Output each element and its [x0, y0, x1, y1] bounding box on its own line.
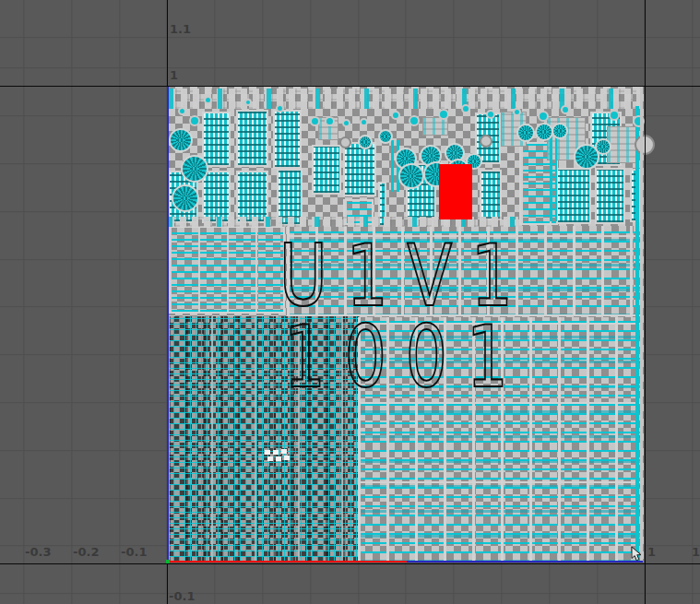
white-speck — [267, 456, 273, 461]
axis-tick-label: -0.3 — [25, 545, 51, 559]
white-speck — [273, 450, 279, 455]
layout-block-gray — [422, 117, 448, 136]
die-bottom-boundary-red — [169, 561, 407, 563]
layout-block-dots — [312, 145, 341, 195]
round-pad-icon — [561, 105, 570, 114]
axis-line-y1 — [0, 86, 700, 87]
die-bottom-boundary-blue — [407, 561, 643, 563]
round-pad-icon — [342, 119, 350, 127]
round-pad-icon — [204, 96, 212, 104]
round-pad-icon — [535, 123, 553, 141]
round-pad-icon — [438, 109, 449, 120]
round-pad-icon — [360, 118, 368, 126]
round-pad-icon — [310, 116, 320, 126]
origin-marker — [166, 560, 170, 563]
layout-block-pads — [169, 89, 641, 109]
layout-block-dots — [202, 171, 231, 223]
layout-block-vstrip — [550, 136, 552, 221]
round-pad-icon — [513, 108, 521, 116]
axis-tick-label: -0.1 — [169, 589, 195, 603]
layout-block-dense — [168, 316, 359, 563]
layout-block-vstrip — [555, 136, 557, 221]
layout-block-dots — [273, 110, 302, 169]
layout-block-dots — [202, 112, 231, 167]
round-pad-icon — [378, 129, 393, 144]
axis-tick-label: 1.1 — [692, 545, 700, 559]
layout-block-vstrip — [391, 140, 394, 192]
round-pad-icon — [172, 184, 199, 212]
gray-pad-icon — [339, 136, 351, 148]
layout-block-hls — [358, 317, 643, 563]
axis-line-y0 — [0, 563, 700, 564]
axis-tick-label: 1 — [170, 68, 178, 82]
round-pad-icon — [461, 104, 470, 113]
round-pad-icon — [398, 163, 424, 189]
round-pad-icon — [409, 115, 420, 126]
round-pad-icon — [169, 128, 193, 152]
axis-tick-label: 1.1 — [170, 22, 191, 36]
layout-block-hl — [168, 226, 285, 314]
axis-tick-label: -0.2 — [73, 545, 99, 559]
layout-viewer-viewport[interactable]: U1V1 1001 1.11-0.3-0.2-0.111.1-0.1 — [0, 0, 700, 604]
layout-block-dots — [556, 168, 591, 224]
white-speck — [281, 449, 287, 454]
mouse-cursor-icon — [631, 546, 644, 562]
layout-block-dots — [236, 171, 268, 223]
round-pad-icon — [325, 116, 335, 126]
round-pad-icon — [244, 99, 252, 106]
round-pad-icon — [552, 123, 568, 139]
round-pad-icon — [609, 110, 620, 121]
round-pad-icon — [189, 115, 200, 126]
round-pad-icon — [633, 115, 645, 127]
axis-tick-label: -0.1 — [121, 545, 147, 559]
white-speck — [276, 456, 281, 461]
die-left-boundary — [167, 87, 169, 563]
gray-pad-icon — [480, 135, 492, 148]
layout-block-dots — [595, 168, 625, 224]
layout-block-vstrip — [635, 106, 639, 562]
white-speck — [265, 450, 270, 455]
white-speck — [284, 456, 290, 460]
selected-instance-highlight[interactable] — [439, 164, 472, 219]
round-pad-icon — [516, 124, 535, 142]
layout-block-dots — [480, 170, 502, 220]
layout-block-dots — [343, 142, 376, 196]
axis-tick-label: 1 — [647, 545, 656, 559]
round-pad-icon — [276, 104, 284, 113]
die-right-boundary — [640, 87, 643, 563]
axis-line-x1 — [645, 0, 646, 604]
round-pad-icon — [178, 107, 186, 115]
layout-block-hls — [287, 226, 643, 316]
round-pad-icon — [538, 111, 549, 122]
round-pad-icon — [391, 111, 400, 120]
layout-block-dots — [236, 110, 268, 167]
round-pad-icon — [181, 155, 208, 183]
round-pad-icon — [486, 110, 495, 119]
round-pad-icon — [358, 135, 373, 149]
round-pad-icon — [595, 138, 611, 155]
